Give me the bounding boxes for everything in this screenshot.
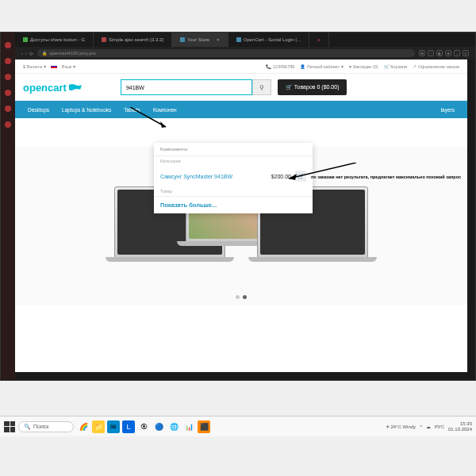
annotation-text: по заказам нет результата, предлагает ма… xyxy=(311,175,461,179)
page-content: $ Валюта ▾ Язык ▾ 📞 123456789 👤 Личный к… xyxy=(15,60,467,372)
taskbar-app-icon[interactable]: 🌐 xyxy=(167,420,180,433)
tab-2[interactable]: Simple ajax search [3.3.2] xyxy=(94,33,172,47)
carousel-dots xyxy=(236,295,247,299)
annotation-arrow-1 xyxy=(130,107,170,131)
svg-line-0 xyxy=(130,107,166,127)
taskbar-app-icon[interactable]: 🔵 xyxy=(152,420,165,433)
download-icon[interactable]: ↓ xyxy=(454,50,460,56)
search-button[interactable]: ⚲ xyxy=(252,79,271,95)
search-input[interactable] xyxy=(121,79,252,95)
flag-icon xyxy=(51,64,57,68)
cart-link[interactable]: 🛒 Корзина xyxy=(384,64,407,69)
nav-laptops[interactable]: Laptops & Notebooks xyxy=(56,102,117,117)
taskbar-search[interactable]: 🔍 Поиск xyxy=(18,421,74,432)
nav-players[interactable]: layers xyxy=(435,102,461,117)
ext-icon[interactable]: ◐ xyxy=(436,50,443,56)
store-topbar: $ Валюта ▾ Язык ▾ 📞 123456789 👤 Личный к… xyxy=(15,60,467,74)
currency-selector[interactable]: $ Валюта ▾ xyxy=(23,64,46,69)
taskbar-app-icon[interactable]: ⦿ xyxy=(137,420,150,433)
nav-desktops[interactable]: Desktops xyxy=(21,102,56,117)
phone-link[interactable]: 📞 123456789 xyxy=(266,64,294,69)
address-bar-row: ‹ › ⟳ 🔒 opencart4100.pixy.pro ⊞ ♡ ◐ ⊕ ↓ … xyxy=(15,47,475,60)
search-icon: ⚲ xyxy=(259,84,264,91)
browser-window: Доступы share button - G Simple ajax sea… xyxy=(0,32,476,381)
carousel-dot[interactable] xyxy=(243,295,247,299)
svg-marker-3 xyxy=(289,174,297,180)
taskbar-app-icon[interactable]: 📁 xyxy=(92,420,105,433)
tab-strip: Доступы share button - G Simple ajax sea… xyxy=(15,33,475,47)
weather-widget[interactable]: ☀ 24°C Windy xyxy=(386,424,416,429)
cart-button[interactable]: 🛒 Товаров 0 ($0.00) xyxy=(278,79,347,95)
address-bar[interactable]: 🔒 opencart4100.pixy.pro xyxy=(37,49,415,57)
taskbar-app-icon[interactable]: 🌈 xyxy=(77,420,90,433)
reload-icon[interactable]: ⟳ xyxy=(29,51,33,56)
back-icon[interactable]: ‹ xyxy=(21,51,23,56)
show-more-link[interactable]: Показать больше... xyxy=(154,197,313,213)
taskbar-app-icon[interactable]: 📊 xyxy=(182,420,195,433)
tray-icon[interactable]: ☁ xyxy=(426,424,431,429)
browser-sidebar xyxy=(1,33,15,380)
dropdown-header: Компоненты xyxy=(154,143,313,156)
tab-4[interactable]: OpenCart - Social Login (... xyxy=(228,33,310,47)
ext-icon[interactable]: ⊕ xyxy=(445,50,451,56)
svg-marker-1 xyxy=(160,121,166,128)
main-nav: Desktops Laptops & Notebooks Tablets Ком… xyxy=(15,101,467,118)
account-link[interactable]: 👤 Личный кабинет ▾ xyxy=(300,64,343,69)
store-header: opencart ⚲ 🛒 Товаров 0 ($0.00) xyxy=(15,74,467,101)
ext-icon[interactable]: ♡ xyxy=(428,50,434,56)
result-name: Самсунг SyncMaster 941BW xyxy=(160,174,232,179)
lock-icon: 🔒 xyxy=(42,51,47,56)
taskbar-app-icon[interactable]: L xyxy=(122,420,135,433)
clock[interactable]: 15:35 01.10.2024 xyxy=(448,421,472,432)
start-button[interactable] xyxy=(4,421,15,432)
tray-icon[interactable]: ^ xyxy=(420,424,422,429)
logo[interactable]: opencart xyxy=(23,82,83,94)
new-tab[interactable]: + xyxy=(309,33,329,47)
wishlist-link[interactable]: ♥ Закладки (0) xyxy=(349,64,378,69)
forward-icon[interactable]: › xyxy=(25,51,27,56)
taskbar-app-icon[interactable]: ⬛ xyxy=(198,420,210,433)
language-indicator[interactable]: РУС xyxy=(435,424,444,429)
checkout-link[interactable]: ↗ Оформление заказа xyxy=(413,64,459,69)
tab-1[interactable]: Доступы share button - G xyxy=(15,33,94,47)
taskbar-app-icon[interactable]: ✉ xyxy=(107,420,120,433)
tab-3[interactable]: Your Store× xyxy=(172,33,228,47)
menu-icon[interactable]: ≡ xyxy=(463,50,469,56)
language-selector[interactable]: Язык ▾ xyxy=(62,64,75,69)
url-text: opencart4100.pixy.pro xyxy=(49,51,96,56)
windows-taskbar: 🔍 Поиск 🌈 📁 ✉ L ⦿ 🔵 🌐 📊 ⬛ ☀ 24°C Windy ^… xyxy=(0,416,476,436)
carousel-dot[interactable] xyxy=(236,295,240,299)
ext-icon[interactable]: ⊞ xyxy=(419,50,425,56)
